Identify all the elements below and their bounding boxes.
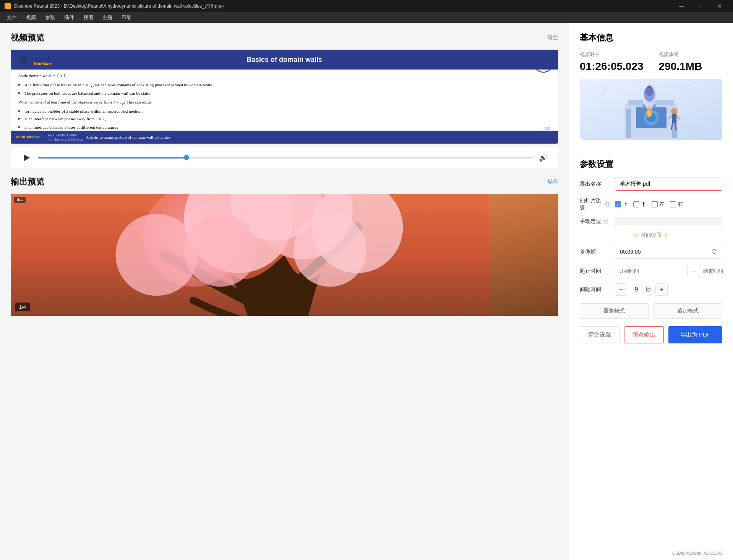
clock-icon: ⏱ bbox=[711, 248, 717, 255]
time-settings-header: ☆ 时间设置 ☆ bbox=[580, 232, 722, 239]
cover-mode-button[interactable]: 覆盖模式 bbox=[580, 303, 649, 319]
size-label: 视频体积 bbox=[659, 51, 702, 58]
slide-footer-title: A hydrodynamic picture of domain wall ve… bbox=[86, 135, 170, 139]
operate-button[interactable]: 操作 bbox=[547, 178, 558, 185]
append-mode-button[interactable]: 追加模式 bbox=[654, 303, 723, 319]
info-stats: 视频时长 01:26:05.023 视频体积 290.1MB bbox=[580, 51, 722, 73]
menu-help[interactable]: 帮助 bbox=[118, 13, 135, 23]
menu-plugin[interactable]: 插件 bbox=[60, 13, 78, 23]
star-icon-right: ☆ bbox=[663, 232, 668, 238]
svg-point-10 bbox=[184, 214, 257, 286]
play-button[interactable] bbox=[21, 152, 32, 163]
basic-info-title: 基本信息 bbox=[580, 32, 722, 44]
window-title: Gleamoe Peanut 2023 - D:\Desktop\Peanut\… bbox=[14, 3, 224, 10]
slide-logo-text: P bbox=[542, 61, 545, 65]
menu-file[interactable]: 文件 bbox=[3, 13, 21, 23]
checkbox-top-label: 上 bbox=[623, 201, 628, 208]
close-button[interactable]: ✕ bbox=[711, 0, 728, 12]
checkbox-right-label: 右 bbox=[678, 201, 683, 208]
output-preview-title: 输出预览 bbox=[11, 176, 44, 188]
interval-unit: 秒 bbox=[645, 286, 651, 293]
interval-row: 间隔时间 − 9 秒 + bbox=[580, 283, 722, 296]
checkbox-bottom[interactable]: 下 bbox=[633, 201, 646, 208]
slide-bullet-3: for nucleated bubbles of a stable phase … bbox=[18, 108, 550, 115]
output-preview-section: 输出预览 操作 bbox=[11, 168, 558, 551]
checkbox-right[interactable]: 右 bbox=[670, 201, 683, 208]
video-preview-area: 薇享学术 KouShare Basics of domain walls P bbox=[11, 50, 558, 144]
slide-border-row: 幻灯片边缘 ? 上 下 左 bbox=[580, 197, 722, 211]
minimize-button[interactable]: — bbox=[673, 0, 690, 12]
svg-point-36 bbox=[616, 94, 617, 95]
main-layout: 视频预览 清空 bbox=[0, 23, 733, 560]
settings-title: 参数设置 bbox=[580, 159, 722, 170]
progress-bar[interactable] bbox=[38, 157, 533, 159]
slide-bullet-4: at an interface between phases away from… bbox=[18, 116, 550, 123]
export-name-input[interactable] bbox=[615, 178, 722, 191]
title-bar: Gleamoe Peanut 2023 - D:\Desktop\Peanut\… bbox=[0, 0, 733, 12]
checkbox-top[interactable]: 上 bbox=[615, 201, 628, 208]
time-range-row: — ⏱ bbox=[615, 265, 733, 277]
checkbox-bottom-box[interactable] bbox=[633, 201, 639, 207]
clear-video-button[interactable]: 清空 bbox=[547, 34, 558, 41]
menu-theme[interactable]: 主题 bbox=[99, 13, 116, 23]
slide-author: Matti Jarvinen bbox=[16, 135, 41, 139]
interval-label: 间隔时间 bbox=[580, 286, 610, 293]
checkbox-left[interactable]: 左 bbox=[652, 201, 665, 208]
reference-frame-label: 参考帧 bbox=[580, 248, 610, 255]
progress-thumb[interactable] bbox=[184, 155, 189, 160]
positioning-label: 手动定位 ? bbox=[580, 218, 610, 225]
rocket-illustration bbox=[580, 79, 722, 140]
svg-point-38 bbox=[700, 95, 701, 97]
output-page-number: 1/4 bbox=[15, 303, 30, 311]
export-pdf-button[interactable]: 导出为 PDF bbox=[668, 326, 722, 343]
menu-view[interactable]: 视图 bbox=[79, 13, 97, 23]
cherry-blossom-svg bbox=[11, 194, 558, 316]
preview-output-button[interactable]: 预览输出 bbox=[624, 326, 664, 343]
size-stat: 视频体积 290.1MB bbox=[659, 51, 702, 73]
positioning-help-icon[interactable]: ? bbox=[603, 219, 608, 224]
video-preview-header: 视频预览 清空 bbox=[11, 32, 558, 44]
menu-params[interactable]: 参数 bbox=[41, 13, 59, 23]
start-end-time-label: 起止时间 bbox=[580, 268, 610, 275]
slide-bullet-2: The pressures on both sides are balanced… bbox=[18, 90, 550, 97]
cherry-tree-illustration bbox=[11, 194, 558, 316]
slide-logo-right: P bbox=[534, 53, 553, 73]
slide-bullet-1: At a first order phase transition at T =… bbox=[18, 82, 550, 89]
menu-bar: 文件 视频 参数 插件 视图 主题 帮助 bbox=[0, 12, 733, 23]
checkbox-right-box[interactable] bbox=[670, 201, 676, 207]
svg-point-29 bbox=[671, 108, 677, 114]
progress-fill bbox=[38, 157, 186, 159]
end-time-input[interactable] bbox=[699, 265, 733, 277]
duration-value: 01:26:05.023 bbox=[580, 60, 644, 73]
size-value: 290.1MB bbox=[659, 60, 702, 73]
output-main-image: 4/4 1/4 bbox=[11, 194, 558, 316]
interval-decrease-button[interactable]: − bbox=[615, 283, 627, 296]
clear-settings-button[interactable]: 清空设置 bbox=[580, 326, 619, 343]
slide-border-label: 幻灯片边缘 ? bbox=[580, 197, 610, 211]
reference-frame-row: 参考帧 00:06:00 ⏱ bbox=[580, 245, 722, 259]
svg-rect-30 bbox=[672, 114, 676, 123]
positioning-input[interactable] bbox=[615, 218, 722, 225]
checkbox-top-box[interactable] bbox=[615, 201, 621, 207]
koushare-name2: KouShare bbox=[34, 61, 52, 66]
slide-title-bar: Basics of domain walls bbox=[11, 50, 558, 70]
maximize-button[interactable]: □ bbox=[692, 0, 709, 12]
slide-border-help-icon[interactable]: ? bbox=[605, 202, 610, 207]
interval-controls: − 9 秒 + bbox=[615, 283, 722, 296]
reference-frame-field[interactable]: 00:06:00 ⏱ bbox=[615, 245, 722, 259]
star-icon-left: ☆ bbox=[634, 232, 639, 238]
svg-point-11 bbox=[294, 214, 366, 286]
slide-bullet-5: at an interface between phases at differ… bbox=[18, 124, 550, 131]
window-controls: — □ ✕ bbox=[673, 0, 728, 12]
menu-video[interactable]: 视频 bbox=[22, 13, 40, 23]
rocket-svg bbox=[590, 81, 712, 138]
video-preview-title: 视频预览 bbox=[11, 32, 44, 44]
svg-point-39 bbox=[597, 103, 598, 104]
slide-center: Asia Pacific Centerfor Theoretical Physi… bbox=[47, 133, 83, 141]
volume-button[interactable]: 🔊 bbox=[539, 154, 547, 162]
start-time-input[interactable] bbox=[615, 265, 688, 277]
interval-increase-button[interactable]: + bbox=[655, 283, 668, 296]
checkbox-left-box[interactable] bbox=[652, 201, 658, 207]
export-name-label: 导出名称 bbox=[580, 181, 610, 188]
slide-title: Basics of domain walls bbox=[246, 56, 322, 64]
